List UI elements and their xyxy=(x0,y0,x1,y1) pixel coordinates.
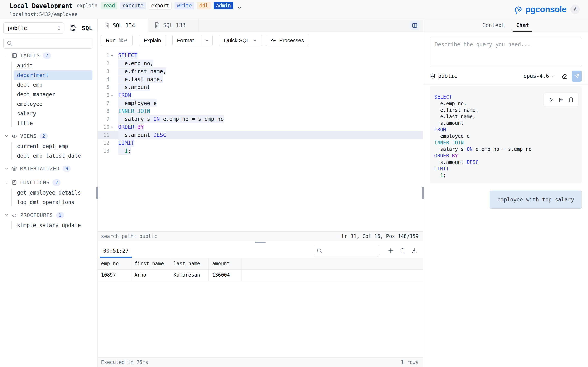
section-label: PROCEDURES xyxy=(20,212,53,218)
column-header-filler xyxy=(241,258,423,269)
sidebar-item-salary[interactable]: salary xyxy=(14,109,93,118)
line-number: 5 xyxy=(106,84,109,90)
section-label: TABLES xyxy=(20,53,40,58)
eye-icon xyxy=(12,133,17,139)
sidebar-item-department[interactable]: department xyxy=(14,70,93,80)
copy-sql-icon[interactable] xyxy=(568,97,574,103)
permission-badges: explainreadexecuteexportwriteddladmin xyxy=(76,2,233,9)
model-select[interactable]: opus-4.6 xyxy=(523,73,555,79)
line-gutter: 4▾ xyxy=(98,76,115,82)
chat-controls: public opus-4.6 xyxy=(430,70,582,82)
sidebar-section-header-procedures[interactable]: PROCEDURES1 xyxy=(0,211,97,219)
count-badge: 2 xyxy=(52,179,61,186)
tab-sql-133[interactable]: SQL 133 xyxy=(148,19,199,32)
sidebar-item-dept_manager[interactable]: dept_manager xyxy=(14,90,93,99)
code-line: s.amount DESC xyxy=(434,159,577,166)
sidebar-item-dept_emp_latest_date[interactable]: dept_emp_latest_date xyxy=(14,151,93,160)
line-gutter: 6▾ xyxy=(98,92,115,98)
cell-emp_no: 10897 xyxy=(98,269,131,281)
tab-label: SQL 133 xyxy=(163,22,186,28)
editor-line: 9▾ salary s ON e.emp_no = s.emp_no xyxy=(98,115,423,123)
sidebar-item-audit[interactable]: audit xyxy=(14,61,93,70)
code-line: FROM xyxy=(115,92,131,98)
sidebar-section-functions: FUNCTIONS2get_employee_detailslog_dml_op… xyxy=(0,178,97,207)
sidebar-item-simple_salary_update[interactable]: simple_salary_update xyxy=(14,220,93,230)
line-number: 9 xyxy=(106,116,109,122)
editor-line: 4▾ e.last_name, xyxy=(98,75,423,83)
splitter-handle[interactable] xyxy=(255,242,266,243)
send-button[interactable] xyxy=(572,71,582,82)
result-tab-timer[interactable]: 00:51:27 xyxy=(101,244,131,258)
app-header: Local Development explainreadexecuteexpo… xyxy=(0,0,588,19)
sidebar-item-log_dml_operations[interactable]: log_dml_operations xyxy=(14,197,93,207)
quick-sql-button[interactable]: Quick SQL xyxy=(219,35,262,46)
fold-icon[interactable]: ▾ xyxy=(109,53,115,58)
explain-label: Explain xyxy=(144,37,161,44)
cell-first_name: Arno xyxy=(131,269,170,281)
sidebar-search-input[interactable] xyxy=(3,38,93,49)
processes-button[interactable]: Processes xyxy=(266,35,309,46)
editor-line: 7▾ employee e xyxy=(98,99,423,107)
insert-into-editor-icon[interactable] xyxy=(558,97,564,103)
elephant-logo-icon xyxy=(513,4,525,15)
sql-mode-label[interactable]: SQL xyxy=(82,25,93,32)
sidebar-section-header-tables[interactable]: TABLES7 xyxy=(0,51,97,59)
format-dropdown-button[interactable] xyxy=(201,35,212,46)
run-button[interactable]: Run ⌘↵ xyxy=(101,35,132,46)
sidebar-item-current_dept_emp[interactable]: current_dept_emp xyxy=(14,141,93,151)
code-line: s.amount xyxy=(434,120,577,126)
chevron-down-icon[interactable] xyxy=(237,5,242,10)
tab-sql-134[interactable]: SQL 134 xyxy=(98,19,148,32)
schema-select[interactable]: public xyxy=(3,22,64,34)
code-line: ORDER BY xyxy=(434,152,577,159)
table-row[interactable]: 10897ArnoKumaresan136004 xyxy=(98,269,423,281)
execution-time: Executed in 26ms xyxy=(101,359,148,365)
activity-pulse-icon xyxy=(270,38,276,43)
editor-toolbar: Run ⌘↵ Explain Format Quick SQL Processe… xyxy=(98,32,423,49)
format-button[interactable]: Format xyxy=(172,35,213,46)
panel-splitter-handle[interactable] xyxy=(422,187,424,199)
tab-context[interactable]: Context xyxy=(482,19,505,32)
editor-line: 12▾LIMIT xyxy=(98,139,423,147)
chevron-down-icon xyxy=(4,213,9,217)
line-number: 10 xyxy=(103,124,109,130)
sidebar-section-header-views[interactable]: VIEWS2 xyxy=(0,132,97,140)
refresh-icon[interactable] xyxy=(69,24,77,32)
run-generated-sql-icon[interactable] xyxy=(548,97,554,103)
sidebar-item-get_employee_details[interactable]: get_employee_details xyxy=(14,188,93,197)
fold-icon[interactable]: ▾ xyxy=(109,125,115,129)
sql-editor[interactable]: 1▾SELECT2▾ e.emp_no,3▾ e.first_name,4▾ e… xyxy=(98,49,423,231)
permission-badge-write: write xyxy=(174,2,194,9)
sidebar-item-title[interactable]: title xyxy=(14,118,93,128)
sidebar-item-employee[interactable]: employee xyxy=(14,99,93,109)
panel-toggle-button[interactable] xyxy=(410,21,419,30)
chevron-down-icon xyxy=(4,53,9,58)
count-badge: 7 xyxy=(43,52,51,59)
tab-chat[interactable]: Chat xyxy=(516,19,529,32)
add-result-tab-icon[interactable] xyxy=(388,248,394,254)
chat-prompt-input[interactable] xyxy=(430,37,582,67)
chat-schema-value: public xyxy=(438,73,457,79)
line-gutter: 1▾ xyxy=(98,52,115,58)
clear-chat-icon[interactable] xyxy=(561,73,567,80)
code-line: employee e xyxy=(115,100,156,106)
editor-line: 8▾INNER JOIN xyxy=(98,107,423,115)
sidebar-splitter-handle[interactable] xyxy=(96,187,98,199)
editor-tabstrip: SQL 134 SQL 133 xyxy=(98,19,423,32)
sidebar-section-header-functions[interactable]: FUNCTIONS2 xyxy=(0,178,97,187)
format-label: Format xyxy=(173,37,198,44)
sidebar-item-dept_emp[interactable]: dept_emp xyxy=(14,80,93,90)
code-line: salary s ON e.emp_no = s.emp_no xyxy=(434,146,577,152)
fold-icon[interactable]: ▾ xyxy=(109,93,115,98)
editor-line: 10▾ORDER BY xyxy=(98,123,423,131)
explain-button[interactable]: Explain xyxy=(139,35,166,46)
avatar[interactable]: A xyxy=(571,5,580,14)
results-splitter[interactable] xyxy=(98,241,423,244)
results-search-input[interactable] xyxy=(314,245,379,257)
chat-schema-select[interactable]: public xyxy=(430,73,457,79)
copy-results-icon[interactable] xyxy=(399,248,406,254)
sidebar-section-header-materialized[interactable]: MATERIALIZED0 xyxy=(0,165,97,173)
chevron-down-icon xyxy=(4,167,9,171)
download-results-icon[interactable] xyxy=(411,248,417,254)
permission-badge-explain: explain xyxy=(76,2,98,9)
